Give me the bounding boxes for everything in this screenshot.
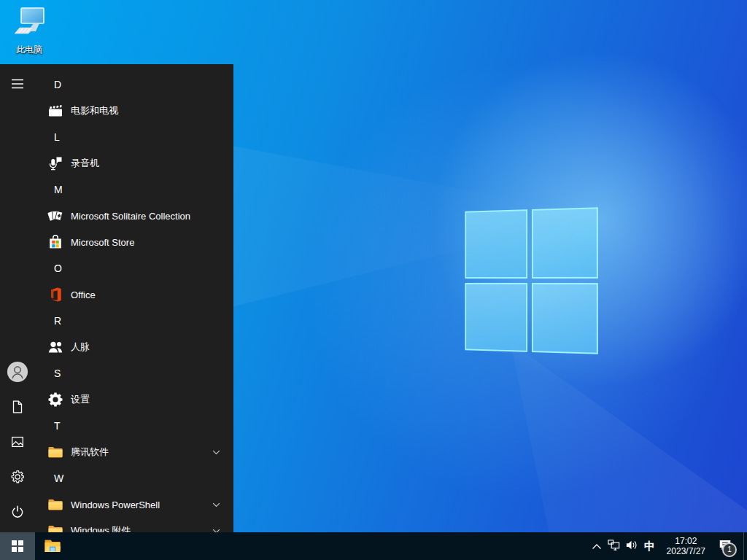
document-icon [9, 399, 26, 417]
hamburger-icon [11, 79, 24, 91]
app-item-solitaire[interactable]: Microsoft Solitaire Collection [35, 203, 233, 229]
folder-explorer-icon [43, 536, 62, 557]
app-item-label: 电影和电视 [71, 104, 118, 117]
clock-time: 17:02 [667, 536, 705, 546]
start-menu: D 电影和电视 L [0, 64, 233, 532]
section-letter: M [54, 184, 63, 195]
app-item-microsoft-store[interactable]: Microsoft Store [35, 229, 233, 255]
folder-item-label: Windows 附件 [71, 524, 131, 532]
app-item-voice-recorder[interactable]: 录音机 [35, 150, 233, 176]
taskbar-clock[interactable]: 17:02 2023/7/27 [659, 532, 713, 560]
folder-icon [47, 522, 64, 532]
section-letter: W [54, 472, 63, 484]
windows-logo-pane [465, 209, 527, 279]
office-icon [47, 286, 64, 303]
windows-logo-pane [532, 207, 598, 279]
app-item-label: 人脉 [71, 341, 90, 354]
app-item-people[interactable]: 人脉 [35, 334, 233, 360]
section-letter: S [54, 368, 61, 379]
store-icon [47, 233, 64, 251]
file-explorer-button[interactable] [35, 532, 70, 560]
section-letter: O [54, 262, 62, 274]
start-button[interactable] [0, 532, 35, 560]
windows-logo-pane [532, 283, 598, 354]
section-header-l[interactable]: L [35, 124, 233, 150]
ime-indicator[interactable]: 中 [640, 540, 659, 553]
notification-badge: 1 [722, 542, 737, 557]
section-letter: T [54, 420, 61, 432]
folder-item-label: 腾讯软件 [71, 446, 109, 459]
section-letter: D [54, 79, 61, 90]
rail-bottom-group [0, 355, 35, 532]
app-item-label: Office [71, 289, 96, 300]
system-tray: 中 17:02 2023/7/27 1 [588, 532, 747, 560]
folder-item-windows-powershell[interactable]: Windows PowerShell [35, 491, 233, 518]
windows-desktop: 此电脑 [0, 0, 747, 560]
desktop-icon-this-pc[interactable]: 此电脑 [6, 6, 53, 56]
start-menu-app-list: D 电影和电视 L [35, 64, 233, 532]
section-header-m[interactable]: M [35, 176, 233, 203]
voice-recorder-icon [47, 155, 64, 172]
power-button[interactable] [0, 495, 35, 530]
network-icon [607, 538, 621, 555]
section-header-r[interactable]: R [35, 308, 233, 334]
section-header-o[interactable]: O [35, 255, 233, 281]
app-item-office[interactable]: Office [35, 281, 233, 308]
app-item-label: Microsoft Solitaire Collection [71, 211, 190, 222]
gear-icon [9, 469, 26, 487]
volume-tray-button[interactable] [623, 532, 640, 560]
folder-item-windows-accessories[interactable]: Windows 附件 [35, 518, 233, 532]
section-header-d[interactable]: D [35, 71, 233, 98]
folder-item-label: Windows PowerShell [71, 499, 160, 510]
network-tray-button[interactable] [605, 532, 623, 560]
gear-icon [47, 391, 64, 408]
app-item-movies-tv[interactable]: 电影和电视 [35, 98, 233, 124]
chevron-down-icon[interactable] [212, 502, 220, 508]
section-header-t[interactable]: T [35, 413, 233, 439]
movies-tv-icon [47, 102, 64, 120]
action-center-button[interactable]: 1 [713, 532, 738, 560]
pictures-button[interactable] [0, 425, 35, 460]
section-letter: L [54, 131, 60, 143]
folder-icon [47, 496, 64, 513]
this-pc-icon [12, 6, 47, 42]
hamburger-menu-button[interactable] [0, 67, 35, 102]
section-header-s[interactable]: S [35, 360, 233, 386]
user-account-button[interactable] [0, 355, 35, 390]
chevron-up-icon [592, 540, 602, 553]
folder-item-tencent-software[interactable]: 腾讯软件 [35, 439, 233, 465]
people-icon [47, 338, 64, 356]
section-letter: R [54, 315, 61, 327]
app-item-label: 录音机 [71, 157, 99, 170]
windows-logo-icon [12, 540, 23, 552]
volume-icon [624, 538, 638, 555]
chevron-down-icon[interactable] [212, 450, 220, 455]
app-item-label: 设置 [71, 393, 90, 406]
section-header-w[interactable]: W [35, 465, 233, 491]
settings-button[interactable] [0, 460, 35, 495]
desktop-icon-label: 此电脑 [16, 44, 42, 56]
app-item-settings[interactable]: 设置 [35, 386, 233, 413]
show-desktop-button[interactable] [743, 532, 747, 560]
solitaire-icon [47, 207, 64, 225]
pictures-icon [9, 434, 26, 452]
hidden-icons-button[interactable] [588, 532, 605, 560]
user-avatar-icon [7, 361, 28, 385]
power-icon [9, 504, 26, 522]
windows-logo-wallpaper [465, 207, 598, 354]
taskbar: 中 17:02 2023/7/27 1 [0, 532, 747, 560]
folder-icon [47, 443, 64, 461]
windows-logo-pane [465, 283, 527, 352]
clock-date: 2023/7/27 [667, 546, 705, 556]
app-item-label: Microsoft Store [71, 237, 134, 248]
documents-button[interactable] [0, 390, 35, 425]
start-menu-rail [0, 64, 35, 532]
